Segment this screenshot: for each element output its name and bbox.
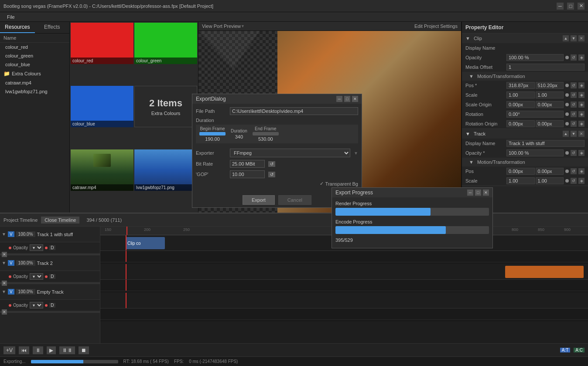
rotation-value[interactable]: 0.00° bbox=[506, 111, 564, 118]
track-opacity-reset[interactable]: ↺ bbox=[571, 150, 577, 156]
minimize-button[interactable]: ─ bbox=[557, 3, 564, 10]
timeline-tab[interactable]: Project Timeline bbox=[3, 217, 38, 223]
media-thumb-red[interactable]: colour_red bbox=[71, 23, 133, 64]
scale-y[interactable]: 1.00 bbox=[536, 92, 564, 98]
media-thumb-blue[interactable]: colour_blue bbox=[71, 86, 133, 127]
opacity-anim[interactable]: ◈ bbox=[578, 54, 585, 61]
progress-maximize-btn[interactable]: □ bbox=[475, 190, 481, 196]
resource-item-png[interactable]: lvw1gwbfopz71.png bbox=[0, 87, 69, 96]
rotation-origin-x[interactable]: 0.00px bbox=[506, 120, 535, 127]
track-pos-y[interactable]: 0.00px bbox=[536, 168, 564, 175]
begin-frame-slider[interactable] bbox=[199, 132, 226, 136]
tab-effects[interactable]: Effects bbox=[35, 22, 70, 33]
rotation-origin-y[interactable]: 0.00px bbox=[536, 120, 564, 127]
export-minimize-btn[interactable]: ─ bbox=[336, 96, 342, 102]
clip-up-btn[interactable]: ▲ bbox=[563, 35, 569, 41]
clip-down-btn[interactable]: ▼ bbox=[571, 35, 577, 41]
prop-section-clip-header[interactable]: ▼ Clip ▲ ▼ ✕ bbox=[462, 34, 588, 43]
scale-origin-x[interactable]: 0.00px bbox=[506, 101, 535, 108]
pause-btn[interactable]: ⏸ bbox=[33, 346, 43, 354]
prop-motion-header[interactable]: ▼ Motion/Transformation bbox=[462, 72, 588, 81]
add-v-btn[interactable]: +V bbox=[3, 346, 15, 354]
clip-close-btn[interactable]: ✕ bbox=[578, 35, 585, 41]
gop-refresh[interactable]: ↺ bbox=[268, 172, 275, 177]
track3-x-btn[interactable]: ✕ bbox=[2, 309, 7, 315]
resource-item-catrawr[interactable]: catrawr.mp4 bbox=[0, 78, 69, 87]
rotation-origin-anim[interactable]: ◈ bbox=[578, 121, 585, 127]
scale-origin-reset[interactable]: ↺ bbox=[571, 102, 577, 108]
scale-reset[interactable]: ↺ bbox=[571, 92, 577, 98]
end-frame-slider[interactable] bbox=[253, 132, 279, 136]
edit-project-settings-btn[interactable]: Edit Project Settings bbox=[414, 24, 458, 29]
track-pos-x[interactable]: 0.00px bbox=[506, 168, 535, 175]
scale-origin-anim[interactable]: ◈ bbox=[578, 102, 585, 108]
media-thumb-catrawr[interactable]: catrawr.mp4 bbox=[71, 149, 133, 191]
track1-percent[interactable]: 100.0% bbox=[16, 231, 35, 237]
pos-anim[interactable]: ◈ bbox=[578, 82, 585, 88]
file-path-value[interactable]: C:\Users\kettl\Desktop\video.mp4 bbox=[230, 107, 358, 115]
export-maximize-btn[interactable]: □ bbox=[344, 96, 350, 102]
media-offset-value[interactable]: 1 bbox=[506, 64, 585, 71]
close-timeline-btn[interactable]: Close Timeline bbox=[41, 217, 79, 224]
track-section-header[interactable]: ▼ Track ▲ ▼ ✕ bbox=[462, 129, 588, 139]
track3-percent[interactable]: 100.0% bbox=[16, 289, 35, 295]
progress-minimize-btn[interactable]: ─ bbox=[467, 190, 473, 196]
media-thumb-green[interactable]: colour_green bbox=[134, 23, 197, 64]
bitrate-value[interactable]: 25.00 MBit bbox=[230, 160, 265, 168]
progress-close-btn[interactable]: ✕ bbox=[483, 190, 489, 196]
resource-item-colour-red[interactable]: colour_red bbox=[0, 43, 69, 51]
track-scale-anim[interactable]: ◈ bbox=[578, 178, 585, 184]
menu-file[interactable]: File bbox=[3, 12, 18, 22]
close-button[interactable]: ✕ bbox=[578, 3, 585, 10]
stop-btn[interactable]: ⏸⏸ bbox=[59, 346, 75, 354]
transparent-bg-check[interactable]: ✓ Transparent Bg bbox=[320, 181, 358, 186]
bitrate-refresh[interactable]: ↺ bbox=[268, 161, 275, 167]
play-btn[interactable]: ▶ bbox=[47, 346, 56, 354]
resource-item-colour-blue[interactable]: colour_blue bbox=[0, 60, 69, 69]
track1-x-btn[interactable]: ✕ bbox=[2, 252, 7, 257]
track3-expand[interactable]: ▼ bbox=[2, 289, 6, 294]
media-thumb-extra-colours[interactable]: 2 Items Extra Colours bbox=[134, 86, 197, 127]
scale-anim[interactable]: ◈ bbox=[578, 92, 585, 98]
track-scale-y[interactable]: 1.00 bbox=[536, 177, 564, 184]
track-pos-anim[interactable]: ◈ bbox=[578, 168, 585, 174]
end-btn[interactable]: ⏹ bbox=[79, 346, 89, 354]
export-cancel-btn[interactable]: Cancel bbox=[278, 195, 311, 205]
track2-clip[interactable] bbox=[505, 266, 584, 278]
track-pos-reset[interactable]: ↺ bbox=[571, 168, 577, 174]
track-opacity-value[interactable]: 100.00 % bbox=[506, 149, 564, 156]
gop-value[interactable]: 10.00 bbox=[230, 170, 265, 178]
play-pause-btn[interactable]: ⏮ bbox=[19, 346, 29, 354]
track2-x-btn[interactable]: ✕ bbox=[2, 281, 7, 286]
exporter-select[interactable]: FFmpeg bbox=[230, 149, 350, 157]
rotation-reset[interactable]: ↺ bbox=[571, 111, 577, 117]
track1-expand[interactable]: ▼ bbox=[2, 232, 6, 237]
track2-expand[interactable]: ▼ bbox=[2, 261, 6, 265]
resource-item-colour-green[interactable]: colour_green bbox=[0, 51, 69, 60]
media-thumb-png[interactable]: lvw1gwbfopz71.png bbox=[134, 149, 197, 191]
export-close-btn[interactable]: ✕ bbox=[352, 96, 358, 102]
at-t-badge[interactable]: A:T bbox=[560, 348, 571, 352]
maximize-button[interactable]: □ bbox=[567, 3, 574, 10]
resource-item-extra-colours[interactable]: 📁 Extra Colours bbox=[0, 69, 69, 78]
tab-resources[interactable]: Resources bbox=[0, 22, 35, 33]
track-opacity-anim[interactable]: ◈ bbox=[578, 150, 585, 156]
pos-x[interactable]: 318.87px bbox=[506, 82, 535, 89]
at-c-badge[interactable]: A:C bbox=[574, 348, 585, 352]
export-submit-btn[interactable]: Export bbox=[243, 195, 275, 205]
track-close-btn[interactable]: ✕ bbox=[578, 131, 585, 137]
rotation-origin-reset[interactable]: ↺ bbox=[571, 121, 577, 127]
rotation-anim[interactable]: ◈ bbox=[578, 111, 585, 117]
track2-percent[interactable]: 100.0% bbox=[16, 260, 35, 266]
track-scale-x[interactable]: 1.00 bbox=[506, 177, 535, 184]
clip-block-1[interactable]: Clip co bbox=[126, 237, 165, 249]
track-up-btn[interactable]: ▲ bbox=[563, 131, 569, 137]
track3-opacity-dropdown[interactable]: ▾ bbox=[30, 302, 43, 308]
scale-x[interactable]: 1.00 bbox=[506, 92, 535, 98]
track-motion-header[interactable]: ▼ Motion/Transformation bbox=[462, 158, 588, 166]
opacity-value[interactable]: 100.00 % bbox=[506, 54, 564, 61]
track-name-value[interactable]: Track 1 with stuff bbox=[506, 140, 585, 147]
scale-origin-y[interactable]: 0.00px bbox=[536, 101, 564, 108]
track-scale-reset[interactable]: ↺ bbox=[571, 178, 577, 184]
opacity-reset[interactable]: ↺ bbox=[571, 54, 577, 61]
